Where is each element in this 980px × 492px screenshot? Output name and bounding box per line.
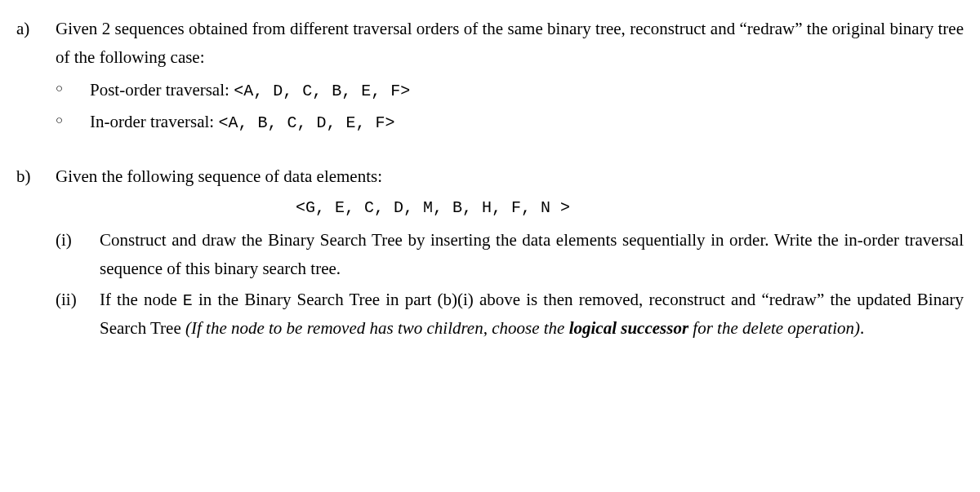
question-b: b) Given the following sequence of data … (16, 162, 964, 343)
bullet-seq-1: <A, B, C, D, E, F> (218, 113, 394, 132)
part-ii-label: (ii) (56, 286, 100, 314)
part-ii-boldital: logical successor (569, 318, 688, 338)
part-ii: (ii) If the node E in the Binary Search … (16, 286, 964, 343)
part-i-label: (i) (56, 226, 100, 255)
part-ii-code: E (183, 291, 193, 310)
part-ii-ital2: for the delete operation) (688, 318, 860, 338)
bullet-inorder: ○ In-order traversal: <A, B, C, D, E, F> (16, 108, 964, 136)
bullet-marker-icon: ○ (56, 108, 90, 131)
bullet-prefix-1: In-order traversal: (90, 112, 218, 131)
part-ii-seg1: If the node (100, 290, 183, 309)
question-b-label: b) (16, 162, 56, 191)
question-a-text: Given 2 sequences obtained from differen… (56, 15, 964, 71)
question-a: a) Given 2 sequences obtained from diffe… (16, 15, 964, 136)
part-ii-period: . (860, 318, 864, 338)
question-a-label: a) (16, 15, 56, 43)
bullet-marker-icon: ○ (56, 76, 90, 99)
question-b-intro: Given the following sequence of data ele… (56, 162, 964, 191)
qa-text-line1: Given 2 sequences obtained from differen… (56, 19, 735, 38)
question-b-header: b) Given the following sequence of data … (16, 162, 964, 191)
part-i: (i) Construct and draw the Binary Search… (16, 226, 964, 282)
bullet-prefix-0: Post-order traversal: (90, 80, 234, 100)
part-i-text: Construct and draw the Binary Search Tre… (100, 226, 964, 282)
question-a-header: a) Given 2 sequences obtained from diffe… (16, 15, 964, 71)
bullet-postorder: ○ Post-order traversal: <A, D, C, B, E, … (16, 76, 964, 104)
part-ii-ital1: (If the node to be removed has two child… (185, 318, 569, 338)
bullet-seq-0: <A, D, C, B, E, F> (234, 82, 410, 100)
part-ii-text: If the node E in the Binary Search Tree … (100, 286, 964, 343)
question-b-sequence: <G, E, C, D, M, B, H, F, N > (16, 194, 964, 221)
question-a-bullets: ○ Post-order traversal: <A, D, C, B, E, … (16, 76, 964, 136)
